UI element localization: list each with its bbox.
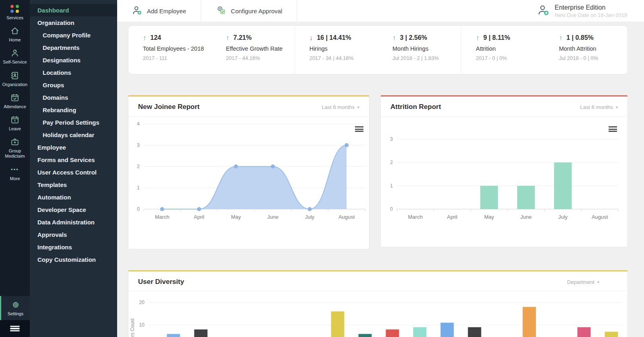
diversity-filter-select[interactable]: Department ▾ [567,279,599,285]
sidebar-item-designations[interactable]: Designations [30,54,117,66]
sidebar-item-label: Data Administration [37,219,95,226]
hamburger-icon [10,325,20,332]
rail-item-organization[interactable]: Organization [0,70,30,87]
new-joinee-chart: 01234MarchAprilMayJuneJulyAugust [128,97,369,249]
svg-text:2: 2 [137,164,140,169]
svg-text:July: July [558,214,568,220]
stat-previous-value: 2017 - 111 [143,55,209,61]
rail-item-more[interactable]: •••More [0,164,30,181]
dots-icon: ••• [11,164,19,175]
charts-row: New Joinee Report Last 6 months ▾ 01234M… [128,95,628,249]
sidebar-item-departments[interactable]: Departments [30,41,117,54]
configure-approval-icon [216,5,227,17]
calendar-icon [10,115,20,125]
arrow-up-icon: ↑ [143,35,147,41]
add-employee-button[interactable]: Add Employee [117,0,201,22]
sidebar-item-company-profile[interactable]: Company Profile [30,29,117,41]
svg-text:4: 4 [137,121,140,127]
stat-value: 16 | 14.41% [317,34,351,41]
stat-previous-value: 2017 - 44.16% [226,55,292,61]
rail-item-attendance[interactable]: Attendance [0,92,30,109]
sidebar-item-label: Organization [37,19,74,26]
sidebar-item-domains[interactable]: Domains [30,91,117,104]
stat-value: 124 [151,34,161,41]
sidebar-item-locations[interactable]: Locations [30,66,117,79]
sidebar-item-forms-and-services[interactable]: Forms and Services [30,154,117,166]
org-book-icon [10,70,20,81]
rail-items: ServicesHomeSelf-ServiceOrganizationAtte… [0,0,30,181]
sidebar-item-label: Designations [43,57,80,64]
stat-label: Total Employees - 2018 [143,45,209,52]
stat-item-month-hirings: ↑3 | 2.56%Month HiringsJul 2018 - 2 | 1.… [378,26,461,74]
sidebar-item-organization[interactable]: Organization [30,16,117,29]
sidebar-item-automation[interactable]: Automation [30,191,117,203]
svg-text:May: May [484,214,494,220]
svg-text:1: 1 [137,185,140,191]
svg-text:August: August [339,214,355,220]
rail-item-home[interactable]: Home [0,26,30,43]
edition-due-date: Next Due Date on 18-Jan-2019 [555,12,627,18]
stat-label: Month Hirings [392,45,458,52]
rail-item-settings[interactable]: Settings [0,296,30,320]
sidebar-item-label: Departments [43,44,80,51]
stat-top: ↑124 [143,34,209,41]
chart-menu-icon[interactable] [355,126,363,133]
service-dot [10,10,14,13]
collapse-menu-button[interactable] [0,320,30,337]
attrition-chart: 0123MarchAprilMayJuneJulyAugust [381,97,627,247]
sidebar-item-pay-period-settings[interactable]: Pay Period Settings [30,116,117,129]
new-joinee-report-card: New Joinee Report Last 6 months ▾ 01234M… [128,95,369,249]
stat-top: ↑3 | 2.56% [392,34,458,41]
main-area: Add Employee Configure Approval [117,0,644,337]
svg-text:April: April [447,214,457,220]
sidebar-item-user-access-control[interactable]: User Access Control [30,166,117,179]
sidebar-item-developer-space[interactable]: Developer Space [30,203,117,216]
sidebar-item-copy-customization[interactable]: Copy Customization [30,253,117,266]
configure-approval-button[interactable]: Configure Approval [201,0,297,22]
card-title: User Diversity [138,278,184,286]
stat-value: 7.21% [233,34,252,41]
stat-item-total-employees-2018: ↑124Total Employees - 20182017 - 111 [128,26,211,74]
sidebar-item-data-administration[interactable]: Data Administration [30,216,117,228]
svg-text:March: March [408,214,423,220]
rail-item-label: Services [6,15,24,21]
rail-item-leave[interactable]: Leave [0,115,30,132]
rail-item-services[interactable]: Services [0,4,30,21]
rail-item-group-mediclaim[interactable]: Group Mediclaim [0,137,30,159]
sidebar-item-label: Domains [43,94,68,101]
settings-sidebar: DashboardOrganizationCompany ProfileDepa… [30,0,117,337]
stat-item-attrition: ↑9 | 8.11%Attrition2017 - 0 | 0% [461,26,544,74]
sidebar-item-templates[interactable]: Templates [30,179,117,191]
sidebar-item-label: Automation [37,194,71,201]
topbar-divider [297,0,297,22]
sidebar-item-rebranding[interactable]: Rebranding [30,104,117,116]
rail-item-self-service[interactable]: Self-Service [0,48,30,65]
service-dot [10,5,14,8]
add-employee-icon [132,5,142,17]
sidebar-item-groups[interactable]: Groups [30,79,117,91]
svg-text:3: 3 [390,136,393,142]
sidebar-item-label: Approvals [37,231,67,238]
svg-text:0: 0 [390,206,393,212]
arrow-down-icon: ↓ [310,35,313,41]
services-dots [10,5,19,13]
sidebar-item-employee[interactable]: Employee [30,141,117,154]
chart-menu-icon[interactable] [609,126,617,133]
stat-top: ↑1 | 0.85% [559,34,625,41]
sidebar-item-approvals[interactable]: Approvals [30,228,117,241]
chevron-down-icon: ▾ [597,280,599,284]
app-rail: ServicesHomeSelf-ServiceOrganizationAtte… [0,0,30,337]
rail-item-label: Attendance [3,104,27,109]
sidebar-item-label: Copy Customization [37,256,96,263]
sidebar-item-dashboard[interactable]: Dashboard [30,4,117,16]
rail-item-label: Group Mediclaim [0,148,30,159]
arrow-up-icon: ↑ [559,35,563,41]
sidebar-menu: DashboardOrganizationCompany ProfileDepa… [30,0,117,266]
medkit-icon [10,137,20,147]
edition-title: Enterprise Edition [555,4,627,11]
sidebar-item-label: User Access Control [37,169,97,176]
sidebar-item-label: Holidays calendar [43,132,94,138]
edition-info[interactable]: Enterprise Edition Next Due Date on 18-J… [537,4,644,18]
sidebar-item-holidays-calendar[interactable]: Holidays calendar [30,129,117,141]
sidebar-item-integrations[interactable]: Integrations [30,241,117,253]
